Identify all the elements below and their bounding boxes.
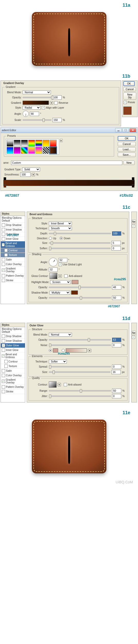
reverse-checkbox[interactable] <box>54 101 58 105</box>
styles-item-stroke[interactable]: Stroke <box>1 278 25 283</box>
opacity-input[interactable] <box>52 95 62 100</box>
minimize-button[interactable] <box>115 128 122 132</box>
preset-sw[interactable] <box>43 140 49 147</box>
be-style-select[interactable]: Inner Bevel <box>49 222 72 225</box>
chk-bevel[interactable] <box>2 243 5 246</box>
preset-sw-selected[interactable] <box>50 147 57 154</box>
og-aa-chk[interactable] <box>64 383 67 386</box>
og-color-radio[interactable] <box>49 349 52 352</box>
styles-item-dropshadow[interactable]: Drop Shadow <box>1 223 25 227</box>
chk-innerglow[interactable] <box>2 237 5 241</box>
styles-item-gradientoverlay-d[interactable]: Gradient Overlay <box>1 378 25 385</box>
maximize-button[interactable] <box>122 128 129 132</box>
chk-patternoverlay[interactable] <box>2 274 5 277</box>
chk-coloroverlay-d[interactable] <box>2 374 5 377</box>
og-grad-menu[interactable]: ▾ <box>88 349 91 352</box>
be-gloss-contour[interactable] <box>50 273 57 279</box>
styles-item-patternoverlay[interactable]: Pattern Overlay <box>1 274 25 278</box>
chk-texture-d[interactable] <box>4 365 8 368</box>
preset-sw[interactable] <box>14 140 21 147</box>
preset-sw[interactable] <box>43 147 49 154</box>
be-soften-slider[interactable] <box>49 248 111 249</box>
og-contour-swatch[interactable] <box>49 381 57 388</box>
styles-item-bevel-d[interactable]: Bevel and Emboss <box>1 352 25 359</box>
og-noise-slider[interactable] <box>49 345 111 346</box>
be-hopac-input[interactable] <box>112 285 121 289</box>
og-noise-input[interactable] <box>112 343 121 347</box>
ge-save-button[interactable]: Save... <box>118 153 136 157</box>
ge-stop-right[interactable] <box>132 184 134 188</box>
og-jitter-slider[interactable] <box>49 396 111 397</box>
styles-item-contour[interactable]: Contour <box>1 248 25 253</box>
styles-item-coloroverlay[interactable]: Color Overlay <box>1 262 25 267</box>
ge-type-select[interactable]: Solid <box>22 168 40 171</box>
be-global-chk[interactable] <box>59 263 62 266</box>
styles-item-innershadow[interactable]: Inner Shadow <box>1 227 25 232</box>
ge-cancel-button[interactable]: Cancel <box>118 142 136 146</box>
be-angle-input[interactable] <box>59 258 67 262</box>
be-aa-chk[interactable] <box>64 274 68 278</box>
chk-coloroverlay[interactable] <box>2 263 5 266</box>
og-size-slider[interactable] <box>49 371 111 373</box>
presets-grid[interactable] <box>6 139 59 155</box>
ge-opstop-right[interactable] <box>132 177 134 180</box>
be-tech-select[interactable]: Smooth <box>49 226 72 230</box>
be-size-slider[interactable] <box>49 242 111 244</box>
be-dir-down-radio[interactable] <box>60 237 63 240</box>
be-dir-up-radio[interactable] <box>49 237 52 240</box>
gradient-dropdown-arrow[interactable]: ▾ <box>50 101 53 105</box>
align-checkbox[interactable] <box>42 106 45 109</box>
presets-menu-button[interactable]: ▸ <box>60 139 63 142</box>
styles-item-blending-d[interactable]: Blending Options: Default <box>1 327 25 334</box>
styles-item-innerglow[interactable]: Inner Glow <box>1 237 25 241</box>
be-hmode-select[interactable]: Screen <box>50 280 71 284</box>
chk-contour[interactable] <box>4 249 8 252</box>
styles-item-contour-d[interactable]: Contour <box>1 359 25 364</box>
preset-sw[interactable] <box>21 147 28 154</box>
og-preview-chk[interactable] <box>132 336 135 339</box>
chk-innershadow[interactable] <box>2 228 5 231</box>
be-depth-input[interactable] <box>112 231 121 236</box>
styles-item-stroke-d[interactable]: Stroke <box>1 389 25 394</box>
styles-item-bevel[interactable]: Bevel and Emboss <box>1 241 25 248</box>
styles-item-innershadow-d[interactable]: Inner Shadow <box>1 339 25 343</box>
preset-sw[interactable] <box>28 147 35 154</box>
be-angle-dial[interactable] <box>49 258 58 266</box>
styles-item-patternoverlay-d[interactable]: Pattern Overlay <box>1 385 25 389</box>
preset-sw[interactable] <box>35 147 42 154</box>
og-range-slider[interactable] <box>49 390 111 391</box>
og-tech-select[interactable]: Softer <box>49 360 67 363</box>
og-blend-select[interactable]: Normal <box>49 333 72 337</box>
be-scolor-swatch[interactable] <box>71 290 78 295</box>
be-size-input[interactable] <box>112 241 121 245</box>
og-opac-slider[interactable] <box>49 339 111 340</box>
opacity-slider[interactable] <box>23 97 51 98</box>
chk-bevel-d[interactable] <box>2 354 5 358</box>
style-select[interactable]: Radial <box>23 106 41 110</box>
styles-item-texture[interactable]: Texture <box>1 253 25 257</box>
ge-gradient-bar[interactable] <box>3 180 135 186</box>
be-smode-select[interactable]: Multiply <box>50 291 70 295</box>
og-new-style-button[interactable]: Ne <box>132 331 136 335</box>
ge-new-button[interactable]: New <box>123 161 135 165</box>
styles-item-satin-d[interactable]: Satin <box>1 369 25 373</box>
og-size-input[interactable] <box>112 370 121 374</box>
preset-sw[interactable] <box>14 147 21 154</box>
blend-mode-select[interactable]: Normal <box>23 90 51 94</box>
scale-input[interactable] <box>52 118 62 122</box>
angle-input[interactable] <box>30 112 39 116</box>
chk-patternoverlay-d[interactable] <box>2 385 5 389</box>
be-gloss-menu[interactable]: ▾ <box>58 274 62 278</box>
og-range-input[interactable] <box>112 389 121 393</box>
styles-item-innerglow-d[interactable]: Inner Glow <box>1 348 25 352</box>
be-sopac-input[interactable] <box>112 296 121 300</box>
og-opac-input[interactable] <box>112 338 121 342</box>
styles-item-coloroverlay-d[interactable]: Color Overlay <box>1 373 25 378</box>
ge-stop-left[interactable] <box>4 184 6 188</box>
ge-smooth-input[interactable] <box>20 172 31 177</box>
chk-satin[interactable] <box>2 258 5 261</box>
ge-smooth-menu[interactable]: ▾ <box>32 173 35 176</box>
og-spread-input[interactable] <box>112 365 121 369</box>
chk-gradientoverlay[interactable] <box>2 268 5 272</box>
preset-sw[interactable] <box>35 140 42 147</box>
